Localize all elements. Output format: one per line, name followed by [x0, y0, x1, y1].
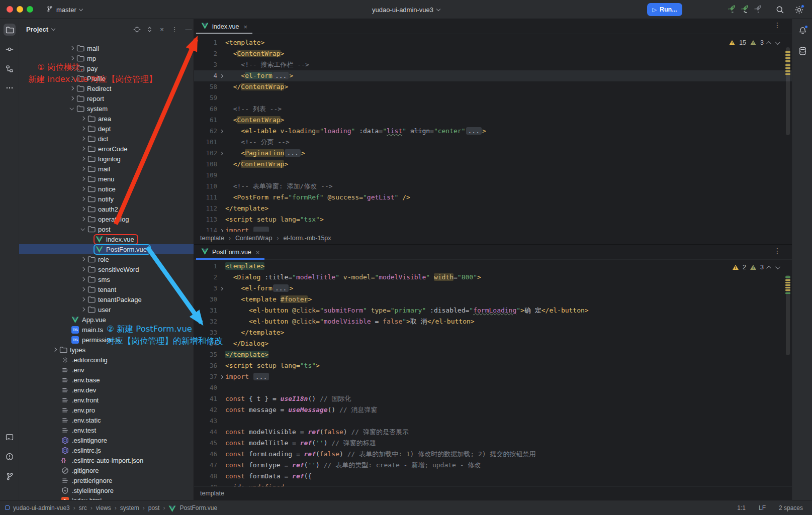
tab-index-vue[interactable]: index.vue × — [196, 19, 252, 34]
profiler-icon-1[interactable] — [726, 4, 737, 15]
settings-gear-icon[interactable] — [793, 4, 804, 15]
error-stripe-mark[interactable] — [785, 51, 790, 53]
tree-chevron-icon[interactable] — [50, 348, 59, 351]
terminal-tool-icon[interactable] — [4, 431, 16, 443]
tree-chevron-icon[interactable] — [78, 177, 87, 180]
tree-item-permission.ts[interactable]: TSpermission.ts — [19, 335, 194, 345]
git-tool-icon[interactable] — [4, 470, 16, 482]
tree-item-index.html[interactable]: 5index.html — [19, 495, 194, 500]
mac-minimize-button[interactable] — [17, 6, 23, 13]
collapse-all-icon[interactable]: × — [157, 25, 166, 34]
tree-item-dept[interactable]: dept — [19, 124, 194, 134]
tree-item-operatelog[interactable]: operatelog — [19, 214, 194, 224]
tree-chevron-icon[interactable] — [67, 77, 76, 80]
tree-item-tenantPackage[interactable]: tenantPackage — [19, 294, 194, 304]
profiler-icon-3[interactable] — [752, 4, 763, 15]
problems-tool-icon[interactable] — [4, 451, 16, 463]
select-opened-file-icon[interactable] — [132, 25, 141, 34]
code-editor-index-vue[interactable]: 1<template>2 <ContentWrap>3 <!-- 搜索工作栏 -… — [194, 35, 792, 232]
tree-item-Redirect[interactable]: Redirect — [19, 83, 194, 93]
tree-item-types[interactable]: types — [19, 345, 194, 355]
tree-item-post[interactable]: post — [19, 224, 194, 234]
tree-item-App.vue[interactable]: App.vue — [19, 315, 194, 325]
tab-postform-vue[interactable]: PostForm.vue × — [196, 245, 264, 260]
tree-chevron-icon[interactable] — [67, 97, 76, 100]
inspections-widget[interactable]: 2 3 — [733, 264, 779, 271]
tree-item-loginlog[interactable]: loginlog — [19, 154, 194, 164]
prev-problem-icon[interactable] — [766, 41, 771, 46]
error-stripe-mark[interactable] — [785, 70, 790, 72]
tree-chevron-icon[interactable] — [78, 117, 87, 120]
fold-region[interactable] — [217, 148, 225, 159]
tree-chevron-icon[interactable] — [67, 67, 76, 70]
tree-chevron-icon[interactable] — [67, 108, 76, 110]
tree-item-.env.base[interactable]: .env.base — [19, 375, 194, 385]
tree-chevron-icon[interactable] — [78, 197, 87, 200]
tree-chevron-icon[interactable] — [67, 57, 76, 60]
tree-chevron-icon[interactable] — [78, 278, 87, 281]
breadcrumb-item[interactable]: template — [200, 235, 224, 242]
tree-item-.editorconfig[interactable]: .editorconfig — [19, 355, 194, 365]
tree-item-mall[interactable]: mall — [19, 43, 194, 53]
editor-options-icon[interactable]: ⋮ — [774, 21, 781, 29]
tree-item-.env.test[interactable]: .env.test — [19, 425, 194, 435]
status-file-path[interactable]: yudao-ui-admin-vue3› src› views› system›… — [5, 504, 217, 511]
breadcrumb-item[interactable]: el-form.-mb-15px — [283, 235, 331, 242]
fold-region[interactable] — [217, 371, 225, 382]
tree-item-pay[interactable]: pay — [19, 63, 194, 73]
error-stripe[interactable] — [785, 36, 791, 231]
close-tab-icon[interactable]: × — [244, 23, 248, 31]
tree-item-.env.pro[interactable]: .env.pro — [19, 405, 194, 415]
error-stripe-mark[interactable] — [785, 287, 790, 288]
error-stripe-mark[interactable] — [785, 57, 790, 59]
error-stripe-mark[interactable] — [785, 276, 790, 278]
tree-chevron-icon[interactable] — [67, 87, 76, 90]
tree-chevron-icon[interactable] — [78, 137, 87, 140]
tree-chevron-icon[interactable] — [78, 147, 87, 150]
tree-item-notice[interactable]: notice — [19, 184, 194, 194]
tree-chevron-icon[interactable] — [78, 127, 87, 130]
tree-item-.env.static[interactable]: .env.static — [19, 415, 194, 425]
tree-item-area[interactable]: area — [19, 114, 194, 124]
error-stripe-mark[interactable] — [785, 64, 790, 66]
tree-item-PostForm.vue[interactable]: PostForm.vue — [19, 244, 194, 254]
commit-tool-icon[interactable] — [4, 43, 16, 55]
tree-item-role[interactable]: role — [19, 254, 194, 264]
profiler-icon-2[interactable] — [739, 4, 750, 15]
tree-item-.prettierignore[interactable]: .prettierignore — [19, 475, 194, 485]
indent-setting[interactable]: 2 spaces — [779, 504, 803, 511]
run-button[interactable]: ▷ Run... — [647, 3, 682, 16]
error-stripe-mark[interactable] — [785, 67, 790, 69]
hide-panel-icon[interactable]: — — [184, 25, 193, 34]
project-tool-icon[interactable] — [4, 24, 16, 36]
tree-item-.gitignore[interactable]: .gitignore — [19, 465, 194, 475]
error-stripe-mark[interactable] — [785, 54, 790, 56]
tree-item-.env[interactable]: .env — [19, 365, 194, 375]
tree-chevron-icon[interactable] — [78, 268, 87, 271]
fold-region[interactable] — [217, 225, 225, 232]
caret-position[interactable]: 1:1 — [737, 504, 746, 511]
close-tab-icon[interactable]: × — [256, 249, 260, 256]
tree-chevron-icon[interactable] — [78, 288, 87, 291]
tree-item-notify[interactable]: notify — [19, 194, 194, 204]
tree-item-oauth2[interactable]: oauth2 — [19, 204, 194, 214]
tree-chevron-icon[interactable] — [78, 308, 87, 311]
tree-item-.eslintrc.js[interactable]: .eslintrc.js — [19, 445, 194, 455]
error-stripe-mark[interactable] — [785, 284, 790, 286]
tree-chevron-icon[interactable] — [67, 47, 76, 50]
error-stripe-mark[interactable] — [785, 289, 790, 291]
more-tools-icon[interactable] — [4, 82, 16, 94]
breadcrumb-item[interactable]: ContentWrap — [235, 235, 272, 242]
tree-chevron-icon[interactable] — [78, 157, 87, 160]
structure-tool-icon[interactable] — [4, 63, 16, 75]
search-everywhere-icon[interactable] — [774, 4, 785, 15]
fold-region[interactable] — [217, 283, 225, 294]
notifications-bell-icon[interactable] — [797, 25, 808, 36]
tree-item-menu[interactable]: menu — [19, 174, 194, 184]
database-tool-icon[interactable] — [797, 45, 808, 56]
tree-item-sensitiveWord[interactable]: sensitiveWord — [19, 264, 194, 274]
tree-chevron-icon[interactable] — [78, 228, 87, 230]
tree-item-mail[interactable]: mail — [19, 164, 194, 174]
panel-options-icon[interactable]: ⋮ — [170, 25, 179, 34]
tree-chevron-icon[interactable] — [78, 218, 87, 221]
